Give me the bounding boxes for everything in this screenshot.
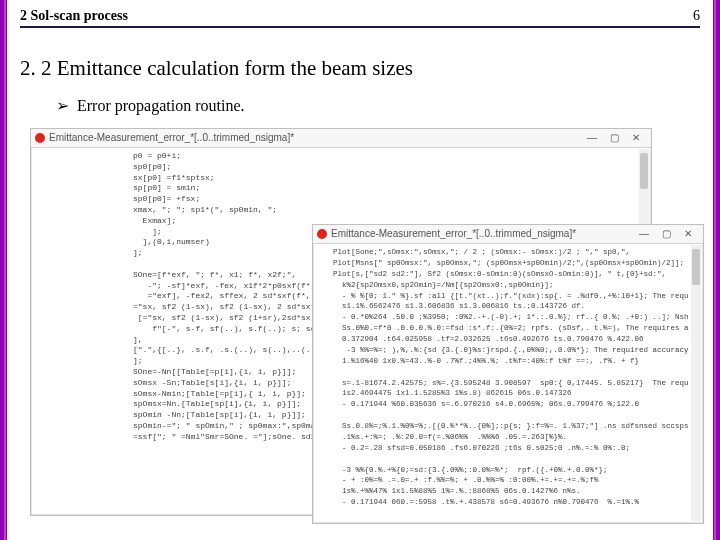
slide-header: 2 Sol-scan process 6	[20, 8, 700, 28]
window-title-a: Emittance-Measurement_error_*[..0..trimm…	[49, 133, 294, 143]
app-icon	[35, 133, 45, 143]
scroll-thumb[interactable]	[640, 153, 648, 189]
screenshot-window-b: Emittance-Measurement_error_*[..0..trimm…	[312, 224, 704, 524]
scroll-thumb[interactable]	[692, 249, 700, 285]
minimize-button[interactable]: —	[633, 229, 655, 239]
titlebar-b: Emittance-Measurement_error_*[..0..trimm…	[313, 225, 703, 244]
section-heading: 2. 2 Emittance calculation form the beam…	[20, 56, 413, 81]
maximize-button[interactable]: ▢	[655, 229, 677, 239]
bullet-line: ➢Error propagation routine.	[56, 96, 245, 115]
frame-right	[713, 0, 720, 540]
bullet-text: Error propagation routine.	[77, 97, 245, 114]
header-title: 2 Sol-scan process	[20, 8, 128, 24]
window-title-b: Emittance-Measurement_error_*[..0..trimm…	[331, 229, 576, 239]
frame-left	[0, 0, 7, 540]
close-button[interactable]: ✕	[625, 133, 647, 143]
close-button[interactable]: ✕	[677, 229, 699, 239]
slide: 2 Sol-scan process 6 2. 2 Emittance calc…	[0, 0, 720, 540]
bullet-marker-icon: ➢	[56, 97, 69, 114]
minimize-button[interactable]: —	[581, 133, 603, 143]
titlebar-a: Emittance-Measurement_error_*[..0..trimm…	[31, 129, 651, 148]
code-block-b: Plot[Sone;",sOmsx:",sOmsx,"; / 2 ; (sOms…	[333, 247, 689, 519]
maximize-button[interactable]: ▢	[603, 133, 625, 143]
page-number: 6	[693, 8, 700, 24]
scrollbar-b[interactable]	[691, 245, 701, 521]
app-icon	[317, 229, 327, 239]
